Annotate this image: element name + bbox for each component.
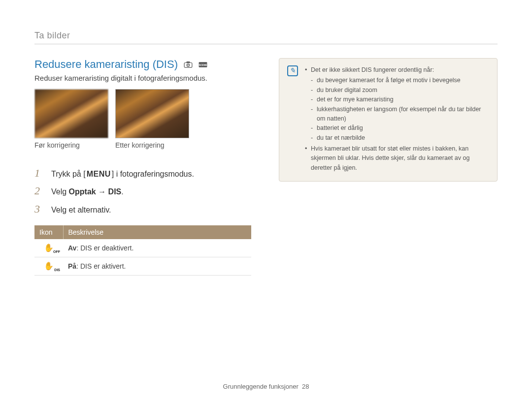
subtitle-text: Reduser kameraristing digitalt i fotogra… xyxy=(34,74,251,82)
after-image xyxy=(115,89,189,138)
before-caption: Før korrigering xyxy=(34,141,108,149)
table-header-icon: Ikon xyxy=(34,225,63,239)
note-subitem: du tar et nærbilde xyxy=(311,133,488,143)
icon-sub: OFF xyxy=(53,250,60,253)
step-plain: Velg xyxy=(51,187,69,196)
svg-text:P: P xyxy=(188,64,189,66)
opt-name: På xyxy=(68,262,76,270)
footer-page: 28 xyxy=(302,383,309,390)
breadcrumb: Ta bilder xyxy=(34,31,498,44)
camera-program-icon: P xyxy=(184,61,193,68)
step-bold: DIS xyxy=(108,187,122,196)
note-intro: Det er ikke sikkert DIS fungerer ordentl… xyxy=(311,66,434,73)
step-tail: . xyxy=(121,187,123,196)
scene-icon: SCENE xyxy=(199,61,207,68)
footer-section: Grunnleggende funksjoner xyxy=(223,383,299,390)
icon-sub: DIS xyxy=(54,268,60,272)
step-number: 2 xyxy=(34,185,44,197)
step-number: 1 xyxy=(34,167,44,180)
note-subitem: batteriet er dårlig xyxy=(311,123,488,133)
table-row: ✋OFF Av: DIS er deaktivert. xyxy=(34,239,251,257)
steps-list: 1 Trykk på [MENU] i fotograferingsmodus.… xyxy=(34,167,251,216)
note-icon: ✎ xyxy=(287,65,298,76)
note-subitem: du bruker digital zoom xyxy=(311,86,488,95)
hand-off-icon: ✋OFF xyxy=(44,244,54,252)
note-subitem: du beveger kameraet for å følge et motiv… xyxy=(311,76,488,85)
step-pre: Trykk på [ xyxy=(51,170,86,178)
table-header-desc: Beskrivelse xyxy=(63,225,251,239)
step-bold: Opptak xyxy=(69,187,96,196)
svg-rect-1 xyxy=(186,62,190,63)
right-column: ✎ Det er ikke sikkert DIS fungerer orden… xyxy=(279,58,498,276)
page-footer: Grunnleggende funksjoner 28 xyxy=(0,383,532,390)
table-cell-desc: Av: DIS er deaktivert. xyxy=(63,239,251,257)
opt-name: Av xyxy=(68,244,76,252)
table-row: ✋DIS På: DIS er aktivert. xyxy=(34,257,251,276)
note-item: Det er ikke sikkert DIS fungerer ordentl… xyxy=(305,65,488,143)
step-text: Trykk på [MENU] i fotograferingsmodus. xyxy=(51,169,194,180)
opt-rest: : DIS er deaktivert. xyxy=(76,244,133,252)
table-cell-desc: På: DIS er aktivert. xyxy=(63,257,251,276)
before-image xyxy=(34,89,108,138)
step-text: Velg et alternativ. xyxy=(51,205,111,216)
note-box: ✎ Det er ikke sikkert DIS fungerer orden… xyxy=(279,58,498,182)
step-post: ] i fotograferingsmodus. xyxy=(112,170,194,178)
options-table: Ikon Beskrivelse ✋OFF Av: DIS er deaktiv… xyxy=(34,225,251,276)
arrow: → xyxy=(96,187,108,196)
svg-text:SCENE: SCENE xyxy=(199,63,207,66)
left-column: Redusere kameraristing (DIS) P SCENE Red… xyxy=(34,58,251,276)
menu-key-label: MENU xyxy=(86,169,112,180)
note-list: Det er ikke sikkert DIS fungerer ordentl… xyxy=(305,65,488,174)
note-subitem: det er for mye kameraristing xyxy=(311,95,488,104)
note-subitem: lukkerhastigheten er langsom (for eksemp… xyxy=(311,105,488,124)
note-item: Hvis kameraet blir utsatt for støt eller… xyxy=(305,144,488,173)
step-number: 3 xyxy=(34,203,44,216)
step-text: Velg Opptak → DIS. xyxy=(51,186,124,197)
opt-rest: : DIS er aktivert. xyxy=(76,262,126,270)
hand-dis-icon: ✋DIS xyxy=(44,262,54,270)
after-caption: Etter korrigering xyxy=(115,141,189,149)
page-heading: Redusere kameraristing (DIS) xyxy=(34,58,178,71)
